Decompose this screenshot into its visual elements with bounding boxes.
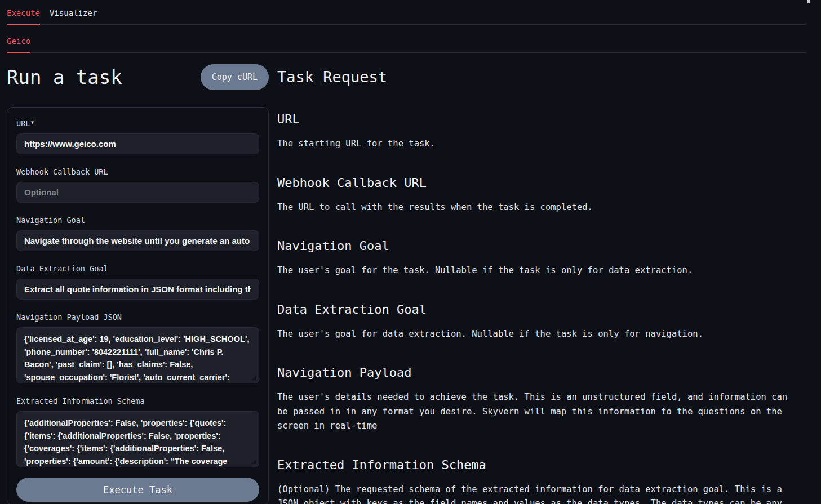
navigation-payload-wrap: {'licensed_at_age': 19, 'education_level… (16, 327, 259, 383)
doc-section-body: The starting URL for the task. (277, 137, 796, 151)
resize-handle-icon[interactable] (251, 375, 256, 380)
top-tab-bar: Execute Visualizer (7, 0, 806, 25)
doc-section-title: Navigation Payload (277, 364, 796, 381)
doc-section-title: Data Extraction Goal (277, 301, 796, 318)
doc-section-data-extraction-goal: Data Extraction Goal The user's goal for… (277, 301, 796, 342)
doc-section-body: The user's details needed to achieve the… (277, 390, 796, 434)
webhook-label: Webhook Callback URL (16, 167, 259, 177)
doc-section-body: The user's goal for data extraction. Nul… (277, 327, 796, 342)
task-tab-bar: Geico (7, 25, 806, 53)
tab-geico[interactable]: Geico (7, 37, 30, 52)
docs-inner: Task Request URL The starting URL for th… (277, 66, 796, 504)
page-title: Run a task (7, 64, 122, 90)
navigation-payload-field-group: Navigation Payload JSON {'licensed_at_ag… (16, 313, 259, 383)
doc-section-title: Navigation Goal (277, 238, 796, 255)
webhook-field-group: Webhook Callback URL (16, 167, 259, 203)
tab-execute[interactable]: Execute (7, 8, 40, 24)
extracted-schema-label: Extracted Information Schema (16, 396, 259, 406)
resize-handle-icon[interactable] (251, 459, 256, 464)
docs-title: Task Request (277, 66, 796, 88)
extracted-schema-wrap: {'additionalProperties': False, 'propert… (16, 411, 259, 467)
doc-section-title: URL (277, 111, 796, 128)
run-task-panel: Run a task Copy cURL URL* Webhook Callba… (7, 53, 269, 504)
doc-section-body: The URL to call with the results when th… (277, 200, 796, 215)
data-extraction-goal-field-group: Data Extraction Goal (16, 264, 259, 300)
url-field-group: URL* (16, 119, 259, 154)
doc-section-body: (Optional) The requested schema of the e… (277, 483, 796, 504)
doc-section-title: Webhook Callback URL (277, 175, 796, 191)
task-request-docs-panel: Task Request URL The starting URL for th… (269, 53, 821, 504)
doc-section-navigation-goal: Navigation Goal The user's goal for the … (277, 238, 796, 278)
doc-section-webhook: Webhook Callback URL The URL to call wit… (277, 175, 796, 215)
tab-visualizer[interactable]: Visualizer (50, 8, 97, 24)
extracted-schema-textarea[interactable]: {'additionalProperties': False, 'propert… (16, 411, 259, 467)
navigation-payload-textarea[interactable]: {'licensed_at_age': 19, 'education_level… (16, 327, 259, 383)
navigation-goal-input[interactable] (16, 230, 259, 251)
data-extraction-goal-input[interactable] (16, 279, 259, 300)
navigation-goal-label: Navigation Goal (16, 216, 259, 225)
copy-curl-button[interactable]: Copy cURL (201, 64, 269, 90)
navigation-goal-field-group: Navigation Goal (16, 216, 259, 251)
run-task-header: Run a task Copy cURL (7, 64, 269, 90)
navigation-payload-label: Navigation Payload JSON (16, 313, 259, 322)
extracted-schema-field-group: Extracted Information Schema {'additiona… (16, 396, 259, 467)
doc-section-extracted-schema: Extracted Information Schema (Optional) … (277, 457, 796, 504)
scrollbar-thumb[interactable] (807, 0, 810, 3)
task-form-card: URL* Webhook Callback URL Navigation Goa… (7, 107, 269, 504)
url-input[interactable] (16, 133, 259, 154)
url-label: URL* (16, 119, 259, 128)
doc-section-title: Extracted Information Schema (277, 457, 796, 474)
webhook-input[interactable] (16, 182, 259, 203)
doc-section-navigation-payload: Navigation Payload The user's details ne… (277, 364, 796, 434)
data-extraction-goal-label: Data Extraction Goal (16, 264, 259, 274)
main-content: Run a task Copy cURL URL* Webhook Callba… (0, 53, 821, 504)
doc-section-body: The user's goal for the task. Nullable i… (277, 264, 796, 278)
execute-task-button[interactable]: Execute Task (16, 478, 259, 502)
doc-section-url: URL The starting URL for the task. (277, 111, 796, 151)
